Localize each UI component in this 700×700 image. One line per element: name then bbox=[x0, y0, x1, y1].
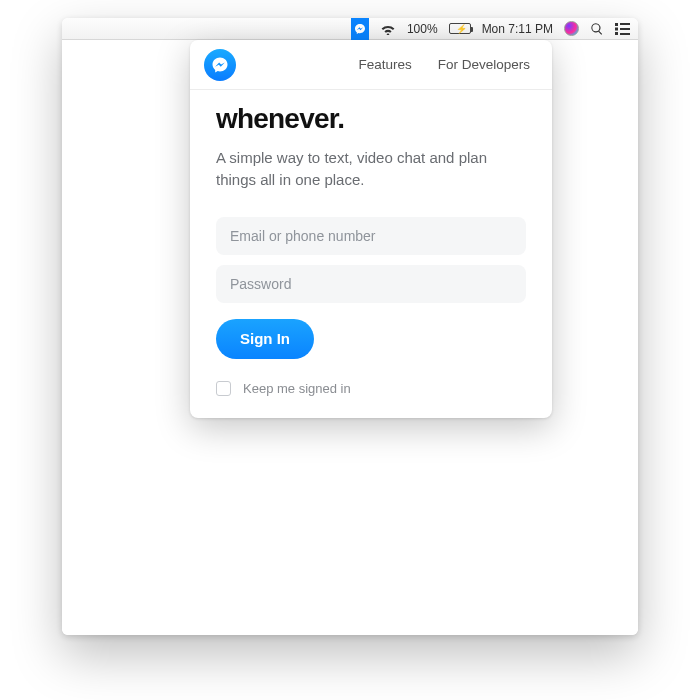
nav-features[interactable]: Features bbox=[350, 51, 419, 78]
wifi-icon[interactable] bbox=[380, 23, 396, 35]
page-content: together, Features For Developers whenev… bbox=[62, 40, 638, 635]
sign-in-button[interactable]: Sign In bbox=[216, 319, 314, 359]
password-field[interactable] bbox=[216, 265, 526, 303]
keep-signed-in-label: Keep me signed in bbox=[243, 381, 351, 396]
subtitle-text: A simple way to text, video chat and pla… bbox=[216, 147, 526, 191]
login-popover: Features For Developers whenever. A simp… bbox=[190, 40, 552, 418]
siri-icon[interactable] bbox=[564, 21, 579, 36]
messenger-logo-icon[interactable] bbox=[204, 49, 236, 81]
mac-window: 100% ⚡ Mon 7:11 PM together, Features Fo… bbox=[62, 18, 638, 635]
mac-menubar: 100% ⚡ Mon 7:11 PM bbox=[62, 18, 638, 40]
nav-for-developers[interactable]: For Developers bbox=[430, 51, 538, 78]
popover-header: Features For Developers bbox=[190, 40, 552, 90]
battery-percent: 100% bbox=[407, 22, 438, 36]
email-field[interactable] bbox=[216, 217, 526, 255]
hero-text: whenever. bbox=[216, 104, 526, 133]
messenger-menubar-icon[interactable] bbox=[351, 18, 369, 40]
battery-icon: ⚡ bbox=[449, 23, 471, 34]
popover-body: whenever. A simple way to text, video ch… bbox=[190, 90, 552, 418]
keep-signed-in[interactable]: Keep me signed in bbox=[216, 381, 526, 396]
menubar-clock[interactable]: Mon 7:11 PM bbox=[482, 22, 553, 36]
keep-signed-in-checkbox[interactable] bbox=[216, 381, 231, 396]
notification-center-icon[interactable] bbox=[615, 23, 630, 35]
spotlight-icon[interactable] bbox=[590, 22, 604, 36]
